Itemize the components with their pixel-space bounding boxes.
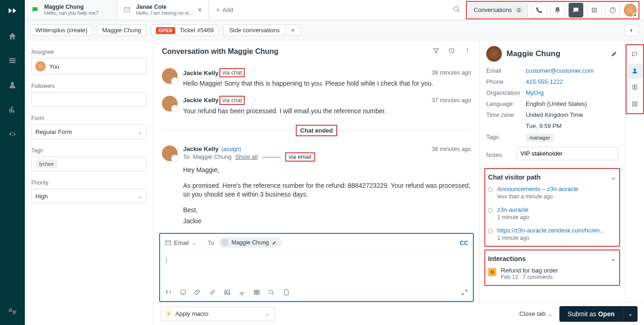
phone-value[interactable]: 415-555-1222 [526,78,618,85]
assign-link[interactable]: (assign) [221,146,241,152]
apps-panel-icon[interactable] [627,97,642,111]
views-icon[interactable] [8,56,17,67]
apply-macro-select[interactable]: ⚡ Apply macro ⌄ [160,307,275,321]
priority-select[interactable]: High ⌄ [31,189,147,203]
followers-field[interactable] [31,92,147,107]
interaction-item[interactable]: N Refund for bag order Feb 12 · 7 commen… [488,267,616,280]
admin-icon[interactable] [8,129,17,140]
tags-field[interactable]: lychee [31,157,147,171]
conversations-panel-icon[interactable] [627,47,642,62]
table-icon[interactable] [253,289,260,297]
add-tab-button[interactable]: + Add [209,0,241,20]
assignee-field[interactable]: You [31,58,147,75]
form-select[interactable]: Regular Form ⌄ [31,124,147,139]
breadcrumb-org[interactable]: Writersplus (create) [30,24,92,36]
link-icon[interactable] [209,289,216,297]
chevron-down-icon[interactable]: ⌄ [610,174,616,181]
user-avatar[interactable] [624,4,637,17]
tab-janae-cole[interactable]: Janae Cole Hello, I am having an is... × [117,0,209,20]
tags-label: Tags [31,147,147,154]
tab-maggie-chung[interactable]: Maggie Chung Hello, can you help me? [25,0,117,20]
add-side-conversation-button[interactable]: + [285,25,300,35]
help-icon[interactable] [605,3,620,17]
workspace-tabs: Maggie Chung Hello, can you help me? Jan… [25,0,644,20]
email-sign2: Jackie [183,217,471,226]
edit-icon[interactable] [272,240,277,245]
composer-textarea[interactable]: | [160,252,473,285]
submit-button[interactable]: Submit as Open ⌄ [559,306,638,322]
svg-point-2 [467,48,468,49]
via-chat-badge: via chat [219,68,245,77]
path-item: Announcements – z3n-auracleless than a m… [488,186,616,200]
context-panel-rail [625,41,644,302]
chevron-down-icon[interactable]: ⌄ [610,255,616,262]
email-body: As promised. Here's the reference number… [183,181,471,199]
tag-chip: lychee [35,160,58,168]
macro-label: Apply macro [175,310,208,317]
home-icon[interactable] [8,32,17,42]
chat-icon[interactable] [569,3,583,17]
image-icon[interactable] [224,289,231,297]
submit-dropdown[interactable]: ⌄ [623,306,638,322]
channel-select[interactable]: Email ⌄ [165,239,203,246]
user-panel-icon[interactable] [627,64,642,78]
tz-value: United Kingdom Time [526,111,618,118]
edit-customer-icon[interactable] [611,50,618,58]
search-kb-icon[interactable] [268,289,275,297]
apps-grid-icon[interactable] [587,3,602,17]
recipient-chip[interactable]: Maggie Chung [218,238,282,248]
chat-channel-icon [31,6,40,14]
primary-nav-rail [0,0,25,325]
priority-value: High [35,193,48,200]
via-email-badge: via email [285,152,315,162]
plus-icon: + [216,6,220,13]
path-link[interactable]: z3n-auracle [497,206,529,213]
attachment-icon[interactable] [194,289,201,297]
message-text: Your refund has been processed. I will e… [183,107,471,116]
cust-tags-label: Tags [486,133,526,142]
more-icon[interactable] [464,47,471,56]
search-icon[interactable] [453,6,460,14]
agent-avatar [162,96,178,111]
conversations-button[interactable]: Conversations 0 [469,3,528,17]
signature-icon[interactable] [238,289,246,297]
notifications-icon[interactable] [550,3,565,17]
customers-icon[interactable] [8,81,17,91]
expand-composer-icon[interactable] [461,289,468,297]
recipient-name: Maggie Chung [231,239,269,246]
customer-avatar [486,46,502,62]
conversation-title: Conversation with Maggie Chung [162,47,278,56]
path-item: z3n-auracle1 minute ago [488,206,616,221]
phone-icon[interactable] [532,3,546,17]
text-format-icon[interactable] [165,289,172,297]
cc-button[interactable]: CC [460,239,468,246]
emoji-icon[interactable] [179,289,187,297]
path-link[interactable]: https://z3n-auracle.zendesk.com/hc/en... [497,227,604,234]
email-value[interactable]: customer@customer.com [526,67,618,74]
message-time: 37 minutes ago [432,97,471,104]
notes-input[interactable] [516,147,618,160]
show-all-link[interactable]: Show all [235,153,258,160]
filter-icon[interactable] [432,47,440,56]
path-link[interactable]: Announcements – z3n-auracle [497,186,578,192]
expand-panel-button[interactable] [625,24,638,36]
bolt-icon: ⚡ [165,310,172,317]
close-tab-icon[interactable]: × [198,6,202,14]
interaction-meta: Feb 12 · 7 comments [501,274,558,280]
tab-subtitle: Hello, I am having an is... [136,10,193,16]
reporting-icon[interactable] [8,105,17,116]
history-icon[interactable] [448,47,455,56]
customer-name: Maggie Chung [506,49,606,58]
org-value[interactable]: MyOrg [526,89,618,96]
channel-label: Email [174,239,189,246]
close-tab-button[interactable]: Close tab ⌄ [519,310,553,318]
ticket-pill[interactable]: OPEN Ticket #5469 [151,24,219,36]
notes-label: Notes [486,151,516,158]
svg-point-3 [467,50,468,51]
knowledge-panel-icon[interactable] [627,80,642,95]
document-icon[interactable] [282,289,290,297]
assignee-avatar [35,61,46,71]
breadcrumb-requester[interactable]: Maggie Chung [97,24,146,36]
side-conversations-button[interactable]: Side conversations [224,25,285,35]
status-badge-icon: N [488,268,496,276]
